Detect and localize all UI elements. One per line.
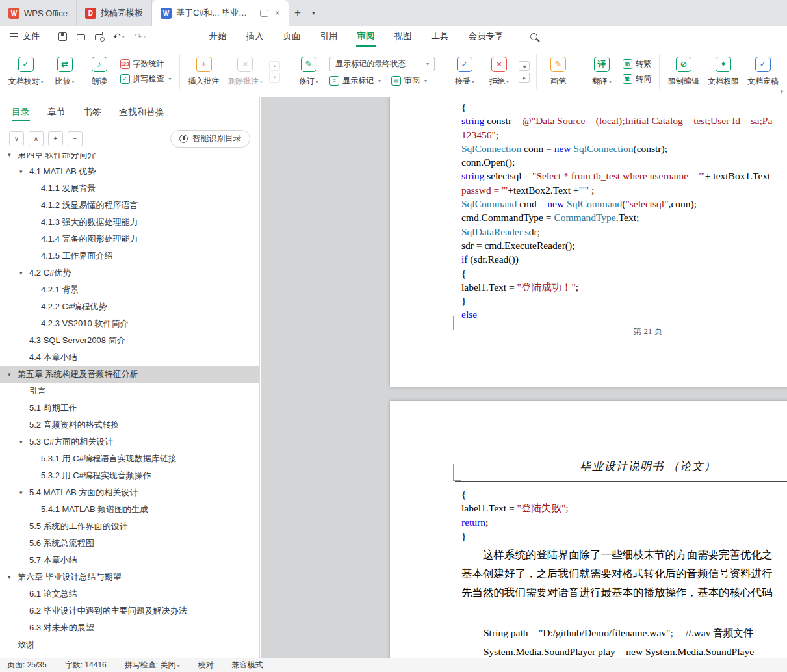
toc-item[interactable]: 5.5 系统的工作界面的设计 bbox=[0, 518, 259, 535]
expand-arrow-icon[interactable]: ▾ bbox=[19, 489, 29, 496]
new-tab-button[interactable]: + bbox=[289, 0, 307, 26]
toc-item[interactable]: ▾第五章 系统构建及音频特征分析 bbox=[0, 366, 259, 383]
restrict-editing-button[interactable]: ⊘限制编辑 bbox=[665, 53, 703, 90]
expand-arrow-icon[interactable]: ▾ bbox=[8, 153, 18, 158]
markup-state-combo[interactable]: 显示标记的最终状态▾ bbox=[329, 57, 435, 71]
ink-pen-button[interactable]: ✎画笔 bbox=[542, 53, 574, 90]
document-area[interactable]: {string constr = @"Data Source = (local)… bbox=[261, 97, 787, 658]
file-menu-button[interactable]: 文件 bbox=[0, 26, 49, 47]
expand-arrow-icon[interactable]: ▾ bbox=[19, 270, 29, 276]
status-page-indicator[interactable]: 页面: 25/35 bbox=[7, 660, 47, 671]
toc-item[interactable]: 5.7 本章小结 bbox=[0, 552, 259, 569]
toc-item[interactable]: 4.3 SQL Server2008 简介 bbox=[0, 332, 259, 349]
reject-change-button[interactable]: ×拒绝▾ bbox=[483, 53, 515, 90]
toc-item-label: 5.2 音频资料的格式转换 bbox=[29, 419, 120, 431]
translate-button[interactable]: 译翻译▾ bbox=[586, 53, 618, 90]
pane-tab-find-replace[interactable]: 查找和替换 bbox=[119, 97, 164, 127]
spell-check-button[interactable]: ✓拼写检查▾ bbox=[120, 73, 172, 84]
insert-comment-button[interactable]: +插入批注 bbox=[185, 53, 223, 90]
revision-nav-prev-button[interactable]: ◀ bbox=[519, 61, 530, 71]
toc-item[interactable]: 5.2 音频资料的格式转换 bbox=[0, 417, 259, 433]
print-preview-icon[interactable] bbox=[95, 32, 103, 40]
toc-item[interactable]: ▾第四章 软件部分简介 bbox=[0, 153, 259, 163]
word-count-button[interactable]: 123字数统计 bbox=[120, 58, 172, 70]
toc-item[interactable]: 4.1.2 浅显易懂的程序语言 bbox=[0, 197, 259, 214]
traditional-to-simplified-button[interactable]: 繁转简 bbox=[623, 73, 651, 84]
toc-item[interactable]: 4.1.5 工作界面介绍 bbox=[0, 248, 259, 265]
toc-item[interactable]: 4.1.4 完备的图形处理能力 bbox=[0, 231, 259, 248]
menu-insert[interactable]: 插入 bbox=[237, 26, 274, 47]
toc-item[interactable]: 5.6 系统总流程图 bbox=[0, 535, 259, 552]
doc-finalize-button[interactable]: ✓文档定稿 bbox=[744, 53, 782, 90]
track-changes-button[interactable]: ✎修订▾ bbox=[292, 53, 325, 90]
menu-reference[interactable]: 引用 bbox=[311, 26, 348, 47]
tab-list-dropdown-icon[interactable]: ▾ bbox=[307, 0, 320, 26]
toc-item[interactable]: ▾5.4 MATLAB 方面的相关设计 bbox=[0, 484, 259, 501]
save-icon[interactable] bbox=[58, 32, 67, 41]
toc-item[interactable]: ▾第六章 毕业设计总结与期望 bbox=[0, 569, 259, 586]
menu-page[interactable]: 页面 bbox=[274, 26, 311, 47]
toc-item[interactable]: 5.4.1 MATLAB 频谱图的生成 bbox=[0, 501, 259, 518]
toc-item[interactable]: 4.2.1 背景 bbox=[0, 281, 259, 298]
redo-icon[interactable]: ↷▾ bbox=[135, 31, 146, 42]
toc-item[interactable]: 6.3 对未来的展望 bbox=[0, 619, 259, 636]
menu-member[interactable]: 会员专享 bbox=[459, 26, 513, 47]
expand-arrow-icon[interactable]: ▾ bbox=[8, 574, 18, 580]
toc-item[interactable]: ▾4.1 MATLAB 优势 bbox=[0, 163, 259, 180]
toc-item[interactable]: 6.1 论文总结 bbox=[0, 586, 259, 602]
comment-bubble-icon[interactable] bbox=[260, 10, 268, 17]
toc-plus-button[interactable]: + bbox=[48, 131, 63, 146]
toc-item-label: 4.2 C#优势 bbox=[29, 267, 71, 279]
toc-item[interactable]: 4.1.1 发展背景 bbox=[0, 180, 259, 197]
read-aloud-button[interactable]: ♪朗读 bbox=[83, 53, 116, 90]
smart-toc-button[interactable]: 智能识别目录 bbox=[170, 130, 250, 148]
review-pane-button[interactable]: ▤审阅▾ bbox=[391, 75, 427, 86]
toc-chevron-up-button[interactable]: ∧ bbox=[29, 131, 44, 146]
accept-change-button[interactable]: ✓接受▾ bbox=[448, 53, 481, 90]
status-compat-mode[interactable]: 兼容模式 bbox=[231, 660, 263, 671]
toc-item[interactable]: 4.2.2 C#编程优势 bbox=[0, 298, 259, 315]
doc-permission-button[interactable]: ✦文档权限 bbox=[704, 53, 742, 90]
status-spell-check[interactable]: 拼写检查: 关闭▾ bbox=[125, 660, 180, 671]
toc-item[interactable]: 4.4 本章小结 bbox=[0, 349, 259, 366]
toc-item[interactable]: 5.3.1 用 C#编程语言实现数据库链接 bbox=[0, 450, 259, 467]
pane-tab-toc[interactable]: 目录 bbox=[12, 97, 30, 127]
doc-proofread-button[interactable]: ✓文档校对▾ bbox=[5, 53, 47, 90]
compare-button[interactable]: ⇄比较▾ bbox=[49, 53, 81, 90]
revision-nav-next-button[interactable]: ▶ bbox=[519, 73, 530, 83]
window-tab-document[interactable]: W基于C#和... 毕业论文× bbox=[152, 0, 289, 26]
search-icon[interactable] bbox=[530, 33, 537, 40]
toc-item[interactable]: ▾5.3 C#方面的相关设计 bbox=[0, 433, 259, 450]
dropdown-arrow-icon: ▾ bbox=[41, 79, 44, 84]
menu-home[interactable]: 开始 bbox=[200, 26, 237, 47]
toc-item[interactable]: 5.1 前期工作 bbox=[0, 400, 259, 417]
print-icon[interactable] bbox=[77, 32, 85, 40]
status-proofread[interactable]: 校对 bbox=[198, 660, 213, 671]
menu-view[interactable]: 视图 bbox=[385, 26, 422, 47]
show-markup-button[interactable]: ≡显示标记▾ bbox=[329, 75, 381, 86]
expand-arrow-icon[interactable]: ▾ bbox=[8, 371, 18, 378]
toc-item[interactable]: 6.2 毕业设计中遇到的主要问题及解决办法 bbox=[0, 602, 259, 619]
simplified-to-traditional-button[interactable]: 简转繁 bbox=[623, 58, 651, 70]
toc-item[interactable]: 4.1.3 强大的数据处理能力 bbox=[0, 214, 259, 231]
toc-minus-button[interactable]: − bbox=[68, 131, 83, 146]
undo-icon[interactable]: ↶▾ bbox=[113, 31, 125, 42]
toc-item[interactable]: 4.2.3 VS2010 软件简介 bbox=[0, 315, 259, 332]
document-page-22[interactable]: 毕业设计说明书 （论文） {label1.Text = "登陆失败";retur… bbox=[390, 401, 787, 658]
expand-arrow-icon[interactable]: ▾ bbox=[19, 439, 29, 445]
tab-close-icon[interactable]: × bbox=[275, 8, 280, 18]
pane-tab-bookmark[interactable]: 书签 bbox=[83, 97, 101, 127]
toc-item[interactable]: 致谢 bbox=[0, 636, 259, 653]
toc-item[interactable]: ▾4.2 C#优势 bbox=[0, 265, 259, 281]
document-page-21[interactable]: {string constr = @"Data Source = (local)… bbox=[390, 97, 787, 387]
menu-review[interactable]: 审阅 bbox=[348, 26, 385, 47]
window-tab-docer[interactable]: D找稿壳模板 bbox=[77, 0, 152, 26]
toc-item[interactable]: 5.3.2 用 C#编程实现音频操作 bbox=[0, 467, 259, 484]
expand-arrow-icon[interactable]: ▾ bbox=[19, 168, 29, 175]
window-tab-wps-home[interactable]: WWPS Office bbox=[0, 0, 77, 26]
menu-tools[interactable]: 工具 bbox=[422, 26, 459, 47]
status-word-count[interactable]: 字数: 14416 bbox=[65, 660, 107, 671]
pane-tab-chapter[interactable]: 章节 bbox=[47, 97, 66, 127]
toc-chevron-down-button[interactable]: ∨ bbox=[9, 131, 24, 146]
toc-item[interactable]: 引言 bbox=[0, 383, 259, 400]
